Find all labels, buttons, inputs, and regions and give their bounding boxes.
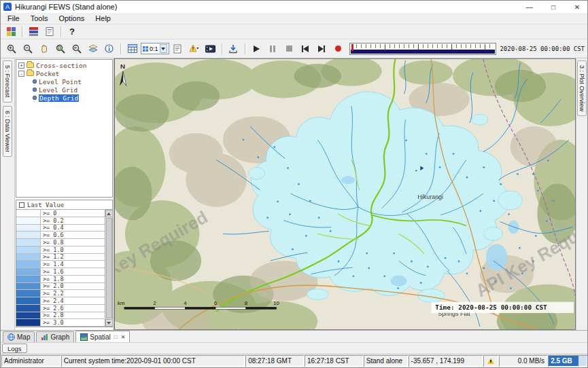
import-download-button[interactable] — [226, 41, 241, 56]
tab-spatial[interactable]: Spatial □ ✕ — [75, 331, 130, 342]
legend-label: >= 2.4 — [41, 297, 64, 304]
zoom-rectangle-button[interactable] — [52, 41, 68, 56]
scroll-down-icon[interactable] — [105, 319, 113, 327]
scroll-up-icon[interactable] — [105, 210, 113, 217]
scroll-thumb[interactable] — [106, 218, 112, 318]
legend-panel: Last Value >= 0 >= 0.2 >= 0.4 >= 0.6 >= … — [16, 200, 113, 327]
tree-node-pocket[interactable]: - Pocket — [16, 69, 112, 77]
toolbar-separator — [120, 43, 121, 54]
zoom-out-button[interactable] — [20, 41, 35, 56]
logs-row: Logs — [1, 342, 587, 354]
legend-row: >= 3.0 — [16, 319, 105, 327]
menu-options[interactable]: Options — [53, 14, 90, 23]
grid-display-button[interactable] — [124, 41, 140, 56]
warning-icon — [487, 358, 494, 364]
toolbar-separator — [22, 26, 22, 37]
legend-rows: >= 0 >= 0.2 >= 0.4 >= 0.6 >= 0.8 >= 1.0 … — [16, 210, 105, 327]
tab-graph[interactable]: Graph — [36, 331, 74, 342]
left-panel: + Cross-section - Pocket Level Point Lev… — [15, 58, 114, 330]
tree-leaf-depth-grid[interactable]: Depth Grid — [16, 94, 112, 102]
main-content: 5 : Forecast 6 : Data Viewer + Cross-sec… — [1, 58, 587, 330]
legend-swatch — [16, 312, 41, 319]
scale-tick: 8 — [245, 300, 248, 306]
map-time-box: Time: 2020-08-25 00:00:00 CST — [431, 301, 574, 313]
time-slider[interactable] — [349, 43, 497, 55]
collapse-icon[interactable]: - — [18, 71, 24, 77]
legend-row: >= 1.2 — [16, 254, 105, 261]
tree-node-label: Level Point — [39, 78, 82, 86]
legend-label: >= 0 — [41, 210, 56, 217]
legend-row: >= 0.6 — [16, 232, 105, 239]
tab-map[interactable]: Map — [3, 331, 35, 342]
window-title: Hikurangi FEWS (Stand alone) — [15, 3, 516, 11]
legend-label: >= 2.2 — [41, 290, 64, 297]
status-memory[interactable]: 2.5 GB — [548, 355, 587, 367]
legend-swatch — [16, 225, 41, 232]
grid-layer-combo[interactable]: 0:1 — [141, 43, 169, 54]
menu-help[interactable]: Help — [90, 14, 116, 23]
toolbar-separator — [60, 26, 61, 37]
legend-row: >= 2.4 — [16, 297, 105, 305]
scale-tick: 4 — [184, 300, 187, 306]
step-back-button[interactable] — [298, 41, 313, 56]
status-gmt-time: 08:27:18 GMT — [245, 355, 304, 367]
map-canvas[interactable]: API Key Required API Key Required Hikura… — [115, 59, 575, 329]
map-toolbar: 0:1 2020-08-25 00:00:00 CST — [1, 39, 587, 58]
tree-leaf-level-grid[interactable]: Level Grid — [16, 86, 112, 94]
tree-leaf-level-point[interactable]: Level Point — [16, 77, 112, 86]
tab-data-viewer[interactable]: 6 : Data Viewer — [3, 106, 12, 157]
pan-hand-icon[interactable] — [36, 41, 52, 56]
last-value-checkbox[interactable] — [19, 202, 24, 208]
menu-file[interactable]: File — [2, 14, 25, 23]
combo-dropdown-icon[interactable] — [160, 44, 167, 53]
tab-plot-overview[interactable]: 3 : Plot Overview — [577, 60, 587, 116]
stop-button[interactable] — [281, 41, 297, 56]
database-icon[interactable] — [3, 25, 19, 39]
tree-node-label: Level Grid — [39, 86, 77, 94]
legend-row: >= 2.8 — [16, 312, 105, 320]
left-tab-strip: 5 : Forecast 6 : Data Viewer — [1, 58, 15, 330]
legend-row: >= 1.0 — [16, 246, 105, 254]
help-button[interactable]: ? — [64, 25, 80, 39]
step-forward-button[interactable] — [314, 41, 330, 56]
legend-row: >= 1.4 — [16, 261, 105, 268]
time-slider-thumb[interactable] — [351, 44, 353, 51]
zoom-in-button[interactable] — [3, 41, 19, 56]
legend-header: Last Value — [16, 200, 112, 210]
legend-label: >= 1.2 — [41, 254, 64, 261]
tab-forecast[interactable]: 5 : Forecast — [3, 60, 12, 103]
tab-float-icon[interactable]: □ — [114, 334, 118, 340]
document-display-icon[interactable] — [41, 25, 58, 39]
status-bar: Administrator Current system time:2020-0… — [1, 354, 587, 367]
status-warning-indicator[interactable] — [483, 355, 498, 367]
thresholds-dropdown-button[interactable] — [186, 41, 202, 56]
zoom-previous-button[interactable] — [69, 41, 84, 56]
layers-icon[interactable] — [85, 41, 101, 56]
legend-scrollbar[interactable] — [105, 210, 112, 327]
status-local-time: 16:27:18 CST — [305, 355, 363, 367]
forecast-manager-icon[interactable] — [25, 25, 41, 39]
legend-row: >= 0.8 — [16, 239, 105, 246]
minimize-button[interactable]: — — [519, 1, 540, 13]
tree-node-cross-section[interactable]: + Cross-section — [16, 61, 112, 69]
close-button[interactable]: ✕ — [567, 1, 587, 13]
pause-icon — [270, 45, 275, 52]
logs-button[interactable]: Logs — [2, 344, 27, 353]
map-time-label: Time: 2020-08-25 00:00:00 CST — [435, 303, 547, 311]
tab-close-icon[interactable]: ✕ — [121, 334, 126, 340]
right-tab-strip: 3 : Plot Overview — [576, 58, 587, 330]
timeseries-list-button[interactable] — [170, 41, 186, 56]
tree-node-label-selected: Depth Grid — [39, 94, 79, 102]
scale-tick: 6 — [214, 300, 218, 306]
expand-icon[interactable]: + — [18, 62, 24, 69]
info-button[interactable] — [101, 41, 117, 56]
maximize-button[interactable]: □ — [543, 1, 564, 13]
play-button[interactable] — [249, 41, 264, 56]
grid-layer-value: 0:1 — [150, 45, 158, 52]
status-throughput: 0.0 MB/s — [499, 355, 547, 367]
export-movie-button[interactable] — [203, 41, 218, 56]
legend-swatch — [16, 246, 41, 253]
pause-button[interactable] — [265, 41, 281, 56]
record-button[interactable] — [330, 41, 346, 56]
menu-tools[interactable]: Tools — [25, 14, 54, 23]
